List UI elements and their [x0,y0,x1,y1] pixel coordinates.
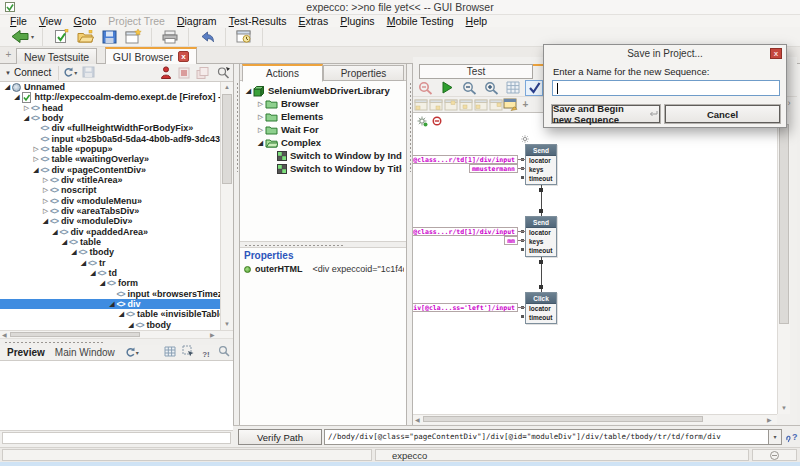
dom-tree-row[interactable]: ◢Unnamed [0,82,220,92]
gear-icon[interactable] [417,116,428,129]
diagram-block-send-keys-1[interactable]: Send Keyslocatorkeystimeout [525,216,557,257]
path-dropdown-icon[interactable]: ▾ [769,429,782,445]
expander-icon[interactable]: ◢ [117,310,126,318]
menu-help[interactable]: Help [460,15,494,27]
close-icon[interactable]: x [178,51,189,62]
expander-icon[interactable]: ◢ [22,114,31,122]
menu-extras[interactable]: Extras [292,15,334,27]
path-input[interactable]: //body/div[@class="pageContentDiv"]/div[… [324,429,769,445]
record-icon[interactable] [157,64,175,80]
dom-tree-row[interactable]: ◢<>tr [0,258,220,268]
win-5-icon[interactable] [473,98,488,111]
splitter-middle-right[interactable] [406,64,413,425]
dom-tree-row[interactable]: ◢<>div «moduleDiv» [0,216,220,226]
tab-gui-browser[interactable]: GUI Browserx [105,47,197,64]
win-3-icon[interactable] [443,98,458,111]
expander-icon[interactable]: ▷ [41,207,50,215]
middle-splitter-handle[interactable] [240,241,406,248]
disable-icon[interactable] [432,116,442,128]
whatsthis-icon[interactable]: ?! [197,346,215,362]
actions-tree-row[interactable]: ◢Complex [242,136,402,149]
dom-tree-vscrollbar[interactable]: ▲ ▼ [220,82,233,330]
dom-tree-row[interactable]: ◢<>body [0,113,220,123]
pin-value-box[interactable]: mmustermann [469,164,518,173]
expander-icon[interactable]: ◢ [32,166,41,174]
tab-properties[interactable]: Properties [323,65,404,81]
win-4-icon[interactable] [458,98,473,111]
add-icon[interactable]: + [518,98,533,111]
scroll-right-icon[interactable]: ▶ [767,416,772,424]
menu-goto[interactable]: Goto [68,15,103,27]
grid-icon[interactable] [503,80,523,96]
scroll-up-icon[interactable]: ▲ [224,83,230,91]
refresh-icon[interactable]: ▾ [61,65,79,81]
dom-tree-row[interactable]: ◢<>div «paddedArea» [0,227,220,237]
expander-icon[interactable]: ◢ [89,269,98,277]
connect-button[interactable]: ▼Connect [0,65,56,81]
pick-element-icon[interactable] [179,343,197,359]
dom-tree-row[interactable]: ▷<>table «popup» [0,144,220,154]
scroll-left-icon[interactable]: ◀ [415,416,420,424]
menu-plugins[interactable]: Plugins [334,15,380,27]
sequence-name-input[interactable] [552,80,780,96]
stop-icon[interactable] [175,65,193,81]
dom-tree-row[interactable]: ◢<>form [0,278,220,288]
canvas-vscrollbar[interactable]: ▲ ▼ [777,112,790,414]
win-1-icon[interactable] [413,98,428,111]
save-icon[interactable] [99,28,119,45]
expander-icon[interactable]: ◢ [41,217,50,225]
expander-icon[interactable]: ◢ [256,139,265,147]
dom-tree-row[interactable]: ◢<>div «pageContentDiv» [0,165,220,175]
pin-value-box[interactable]: //body/div[@class...r/td[1]/div/input [413,155,518,164]
expander-icon[interactable]: ◢ [79,259,88,267]
dom-tree-row[interactable]: <>input «browsersTimezoneOffset» [0,289,220,299]
dom-tree-row[interactable]: ▷<>noscript [0,185,220,195]
dom-tree-row[interactable]: ▷<>table «waitingOverlay» [0,154,220,164]
run-icon[interactable] [437,80,457,96]
scroll-down-icon[interactable]: ▼ [781,404,787,412]
inspect-icon[interactable] [215,64,233,80]
dom-tree-row[interactable]: <>div «fullHeightWidthForBodyFix» [0,123,220,133]
grid-small-icon[interactable] [161,343,179,359]
scroll-thumb[interactable] [10,332,140,337]
actions-tree-row[interactable]: ▷Browser [242,97,402,110]
preview-target-label[interactable]: Main Window [55,347,115,358]
menu-file[interactable]: File [4,15,33,27]
dom-tree-row[interactable]: ▷<>div «moduleMenu» [0,196,220,206]
win-6-icon[interactable] [488,98,503,111]
dom-tree-row[interactable]: ◢http://expeccoalm-demo.exept.de [Firefo… [0,92,220,102]
new-testsuite-icon[interactable] [51,28,71,45]
pin-value-box[interactable]: mm [504,236,518,245]
dom-tree-row[interactable]: ◢<>td [0,268,220,278]
win-2-icon[interactable] [428,98,443,111]
save-and-begin-button[interactable]: Save and Begin new Sequence [552,105,660,123]
expander-icon[interactable]: ◢ [244,87,253,95]
close-icon[interactable]: x [770,48,782,59]
expander-icon[interactable]: ▷ [22,104,31,112]
zoom-in-icon[interactable] [481,80,501,96]
print-icon[interactable] [160,28,180,45]
expander-icon[interactable]: ◢ [127,321,136,329]
scroll-thumb[interactable] [779,124,789,324]
tab-actions[interactable]: Actions [242,64,323,82]
dom-tree-row[interactable]: ▷<>head [0,103,220,113]
new-window-icon[interactable] [123,28,143,45]
expander-icon[interactable]: ▷ [32,145,41,153]
expander-icon[interactable]: ◢ [70,248,79,256]
pin-value-box[interactable]: //body/div[@class...r/td[1]/div/input [413,227,518,236]
actions-tree-row[interactable]: Switch to Window by Title [242,162,402,175]
cancel-button[interactable]: Cancel [665,105,780,123]
add-tab-button[interactable]: + [3,50,14,61]
dom-tree-row[interactable]: ▷<>div «areaTabsDiv» [0,206,220,216]
actions-tree-row[interactable]: ▷Elements [242,110,402,123]
scroll-down-icon[interactable]: ▼ [224,320,230,328]
splitter-left-middle[interactable] [233,64,240,425]
menu-view[interactable]: View [33,15,68,27]
show-windows-icon[interactable] [234,28,254,45]
scroll-thumb[interactable] [222,94,232,184]
sequence-diagram-canvas[interactable]: Send Keyslocatorkeystimeout//body/div[@c… [413,112,777,414]
expander-icon[interactable]: ▷ [41,197,50,205]
expander-icon[interactable]: ▷ [256,126,265,134]
expander-icon[interactable]: ◢ [3,83,12,91]
pin-value-box[interactable]: //body/div[@cla...ss='left']/input [413,303,518,312]
